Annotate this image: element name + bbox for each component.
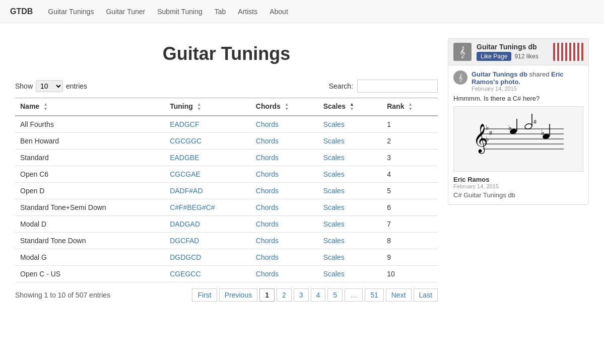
cell-tuning-link[interactable]: EADGBE bbox=[170, 154, 199, 162]
cell-chords: Chords bbox=[251, 233, 318, 249]
cell-scales-link[interactable]: Scales bbox=[323, 137, 345, 145]
cell-tuning: DGCFAD bbox=[165, 233, 251, 249]
cell-chords-link[interactable]: Chords bbox=[256, 270, 279, 278]
music-staff-svg: 𝄞 ♭ # ♭ ♭ bbox=[468, 109, 569, 169]
cell-scales: Scales bbox=[318, 183, 382, 199]
table-row: Open DDADF#ADChordsScales5 bbox=[15, 183, 438, 199]
cell-chords-link[interactable]: Chords bbox=[256, 170, 279, 178]
page-btn-last[interactable]: Last bbox=[414, 288, 438, 302]
cell-scales-link[interactable]: Scales bbox=[323, 170, 345, 178]
cell-chords-link[interactable]: Chords bbox=[256, 203, 279, 211]
content-area: Guitar Tunings Show 10 25 50 100 entries… bbox=[15, 33, 438, 302]
cell-scales-link[interactable]: Scales bbox=[323, 120, 345, 128]
page-btn-51[interactable]: 51 bbox=[365, 288, 384, 302]
cell-name: Open C - US bbox=[15, 266, 165, 282]
cell-tuning-link[interactable]: DGDGCD bbox=[170, 253, 201, 261]
cell-chords: Chords bbox=[251, 150, 318, 166]
cell-scales-link[interactable]: Scales bbox=[323, 203, 345, 211]
cell-name: Modal D bbox=[15, 216, 165, 233]
cell-tuning: DADF#AD bbox=[165, 183, 251, 199]
cell-tuning-link[interactable]: CGCGAE bbox=[170, 170, 200, 178]
pagination-buttons: FirstPrevious12345…51NextLast bbox=[192, 288, 438, 302]
cell-name: Open D bbox=[15, 183, 165, 199]
cell-chords: Chords bbox=[251, 116, 318, 133]
fb-widget: 𝄞 Guitar Tunings db Like Page 912 likes … bbox=[448, 38, 589, 205]
navbar-link-guitar-tunings[interactable]: Guitar Tunings bbox=[48, 8, 94, 16]
page-btn-next[interactable]: Next bbox=[386, 288, 412, 302]
page-btn-2[interactable]: 2 bbox=[277, 288, 292, 302]
cell-tuning: C#F#BEG#C# bbox=[165, 199, 251, 216]
cell-name: Standard bbox=[15, 150, 165, 166]
cell-tuning-link[interactable]: DADGAD bbox=[170, 220, 200, 228]
page-btn-3[interactable]: 3 bbox=[294, 288, 309, 302]
page-btn-first[interactable]: First bbox=[192, 288, 217, 302]
cell-chords-link[interactable]: Chords bbox=[256, 187, 279, 195]
cell-tuning: CGCGGC bbox=[165, 133, 251, 150]
cell-scales-link[interactable]: Scales bbox=[323, 237, 345, 245]
page-btn-5[interactable]: 5 bbox=[327, 288, 343, 302]
page-btn-1[interactable]: 1 bbox=[259, 288, 275, 302]
navbar-link-artists[interactable]: Artists bbox=[238, 8, 257, 16]
cell-scales-link[interactable]: Scales bbox=[323, 154, 345, 162]
table-row: Modal GDGDGCDChordsScales9 bbox=[15, 249, 438, 266]
page-btn-previous[interactable]: Previous bbox=[219, 288, 257, 302]
page-title: Guitar Tunings bbox=[15, 43, 438, 64]
svg-text:♭: ♭ bbox=[486, 124, 489, 131]
col-rank[interactable]: Rank ▲▼ bbox=[382, 98, 438, 116]
fb-post-author-name[interactable]: Guitar Tunings db bbox=[472, 70, 527, 78]
cell-chords-link[interactable]: Chords bbox=[256, 220, 279, 228]
fb-post-text: Hmmmm. Is there a C# here? bbox=[453, 95, 583, 102]
cell-rank: 9 bbox=[382, 249, 438, 266]
cell-chords: Chords bbox=[251, 266, 318, 282]
cell-chords-link[interactable]: Chords bbox=[256, 253, 279, 261]
col-tuning[interactable]: Tuning ▲▼ bbox=[165, 98, 251, 116]
fb-clef-icon: 𝄞 bbox=[453, 43, 472, 61]
fb-author-text: C# Guitar Tunings db bbox=[453, 191, 583, 199]
cell-scales-link[interactable]: Scales bbox=[323, 253, 345, 261]
table-row: Standard Tone+Semi DownC#F#BEG#C#ChordsS… bbox=[15, 199, 438, 216]
navbar-link-about[interactable]: About bbox=[270, 8, 288, 16]
col-name[interactable]: Name ▲▼ bbox=[15, 98, 165, 116]
navbar-links: Guitar TuningsGuitar TunerSubmit TuningT… bbox=[48, 8, 288, 16]
col-scales[interactable]: Scales ▲▼ bbox=[318, 98, 382, 116]
cell-chords: Chords bbox=[251, 166, 318, 183]
cell-tuning-link[interactable]: DGCFAD bbox=[170, 237, 199, 245]
col-chords[interactable]: Chords ▲▼ bbox=[251, 98, 318, 116]
navbar-link-tab[interactable]: Tab bbox=[215, 8, 226, 16]
cell-tuning-link[interactable]: DADF#AD bbox=[170, 187, 203, 195]
entries-select[interactable]: 10 25 50 100 bbox=[36, 80, 63, 92]
cell-scales: Scales bbox=[318, 199, 382, 216]
cell-scales: Scales bbox=[318, 116, 382, 133]
cell-chords-link[interactable]: Chords bbox=[256, 154, 279, 162]
cell-rank: 5 bbox=[382, 183, 438, 199]
tunings-table: Name ▲▼ Tuning ▲▼ Chords ▲▼ Scales ▲▼ Ra… bbox=[15, 98, 438, 282]
cell-chords-link[interactable]: Chords bbox=[256, 237, 279, 245]
svg-text:#: # bbox=[533, 118, 536, 125]
navbar-link-submit-tuning[interactable]: Submit Tuning bbox=[157, 8, 203, 16]
cell-tuning-link[interactable]: C#F#BEG#C# bbox=[170, 203, 215, 211]
cell-name: Standard Tone Down bbox=[15, 233, 165, 249]
fb-post-action-text: shared bbox=[529, 70, 551, 78]
cell-chords-link[interactable]: Chords bbox=[256, 137, 279, 145]
cell-tuning-link[interactable]: CGCGGC bbox=[170, 137, 202, 145]
cell-tuning: CGEGCC bbox=[165, 266, 251, 282]
cell-tuning-link[interactable]: EADGCF bbox=[170, 120, 199, 128]
table-controls: Show 10 25 50 100 entries Search: bbox=[15, 80, 438, 93]
cell-scales-link[interactable]: Scales bbox=[323, 220, 345, 228]
fb-likes-count: 912 likes bbox=[514, 53, 538, 60]
cell-scales-link[interactable]: Scales bbox=[323, 187, 345, 195]
navbar-link-guitar-tuner[interactable]: Guitar Tuner bbox=[106, 8, 145, 16]
cell-scales: Scales bbox=[318, 266, 382, 282]
cell-scales-link[interactable]: Scales bbox=[323, 270, 345, 278]
cell-tuning-link[interactable]: CGEGCC bbox=[170, 270, 200, 278]
navbar-brand[interactable]: GTDB bbox=[10, 7, 33, 16]
cell-scales: Scales bbox=[318, 166, 382, 183]
page-btn-…[interactable]: … bbox=[345, 288, 363, 302]
page-btn-4[interactable]: 4 bbox=[311, 288, 326, 302]
search-input[interactable] bbox=[357, 80, 438, 93]
fb-like-button[interactable]: Like Page bbox=[477, 52, 511, 61]
sidebar: 𝄞 Guitar Tunings db Like Page 912 likes … bbox=[448, 33, 589, 302]
cell-chords-link[interactable]: Chords bbox=[256, 120, 279, 128]
fb-widget-scroll[interactable]: 𝄞 Guitar Tunings db shared Eric Ramos's … bbox=[448, 65, 588, 204]
fb-author-name: Eric Ramos bbox=[453, 176, 583, 183]
